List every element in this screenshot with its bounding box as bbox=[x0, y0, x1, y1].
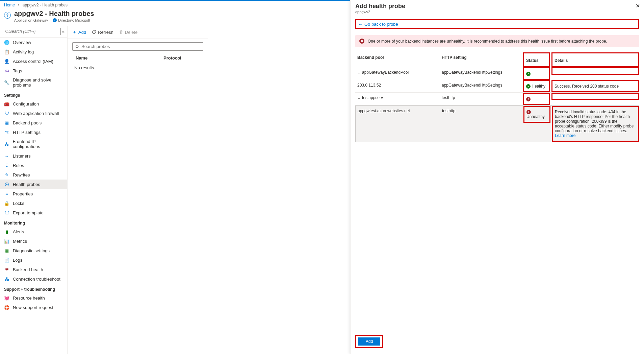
sidebar-item-backend-pools[interactable]: ▦Backend pools bbox=[0, 118, 67, 127]
breadcrumb: Home › appgwv2 - Health probes bbox=[0, 1, 208, 9]
sidebar-item-health-probes[interactable]: ⦿Health probes bbox=[0, 180, 67, 189]
health-row: ⌄appGatewayBackendPoolappGatewayBackendH… bbox=[355, 67, 639, 80]
backend-pool-cell: 203.0.113.52 bbox=[355, 80, 440, 90]
sidebar-item-label: Resource health bbox=[13, 296, 45, 301]
sidebar-item-export-template[interactable]: 🖵Export template bbox=[0, 208, 67, 217]
sidebar-item-rules[interactable]: ↧Rules bbox=[0, 161, 67, 170]
col-backend-pool: Backend pool bbox=[355, 52, 440, 63]
go-back-link[interactable]: ← Go back to probe bbox=[358, 22, 398, 27]
breadcrumb-separator: › bbox=[18, 3, 19, 7]
col-details-highlight: Details bbox=[551, 52, 639, 67]
status-cell: ✓ Healthy bbox=[524, 81, 549, 92]
status-ok-icon: ✓ bbox=[526, 84, 531, 89]
sidebar-item-locks[interactable]: 🔒Locks bbox=[0, 198, 67, 208]
sidebar-item-connection-troubleshoot[interactable]: 🖧Connection troubleshoot bbox=[0, 274, 67, 284]
alerts-icon: ▮ bbox=[4, 229, 9, 234]
blade-add-button[interactable]: Add bbox=[358, 337, 380, 346]
health-row: ⌄testappservtesthttp! bbox=[355, 93, 639, 105]
sidebar-item-rewrites[interactable]: ✎Rewrites bbox=[0, 170, 67, 180]
sidebar-item-alerts[interactable]: ▮Alerts bbox=[0, 227, 67, 236]
sidebar-item-label: Activity log bbox=[13, 49, 34, 54]
http-setting-cell: testhttp bbox=[440, 106, 524, 116]
backend-pool-name: appGatewayBackendPool bbox=[362, 70, 409, 75]
frontend-ip-configurations-icon: 🖧 bbox=[4, 141, 9, 147]
locks-icon: 🔒 bbox=[4, 200, 9, 206]
sidebar-item-overview[interactable]: 🌐Overview bbox=[0, 38, 67, 47]
sidebar-item-frontend-ip-configurations[interactable]: 🖧Frontend IP configurations bbox=[0, 137, 67, 151]
go-back-highlight: ← Go back to probe bbox=[355, 19, 639, 29]
sidebar-item-label: Locks bbox=[13, 201, 24, 206]
svg-point-4 bbox=[76, 45, 79, 48]
refresh-button[interactable]: Refresh bbox=[92, 30, 113, 35]
learn-more-link[interactable]: Learn more bbox=[555, 133, 575, 138]
probe-search-input[interactable] bbox=[81, 44, 200, 49]
probe-search[interactable] bbox=[72, 42, 203, 51]
health-row: appgwtest.azurewebsites.nettesthttp! Unh… bbox=[355, 105, 639, 142]
sidebar-item-activity-log[interactable]: 📋Activity log bbox=[0, 47, 67, 56]
error-icon: ✕ bbox=[359, 39, 364, 44]
sidebar-item-tags[interactable]: 🏷Tags bbox=[0, 66, 67, 75]
configuration-icon: 🧰 bbox=[4, 101, 9, 107]
refresh-icon bbox=[92, 30, 96, 34]
sidebar-item-web-application-firewall[interactable]: 🛡Web application firewall bbox=[0, 109, 67, 118]
breadcrumb-home[interactable]: Home bbox=[4, 3, 15, 7]
backend-pool-cell[interactable]: ⌄appGatewayBackendPool bbox=[355, 67, 440, 77]
alert-text: One or more of your backend instances ar… bbox=[368, 39, 607, 44]
sidebar-item-new-support-request[interactable]: 🛟New support request bbox=[0, 303, 67, 312]
toolbar: ＋ Add Refresh Delete bbox=[68, 26, 208, 39]
sidebar-search-input[interactable] bbox=[9, 29, 58, 34]
backend-pool-name: testappserv bbox=[362, 95, 383, 100]
sidebar-item-listeners[interactable]: ↔Listeners bbox=[0, 151, 67, 161]
backend-pool-name: appgwtest.azurewebsites.net bbox=[358, 109, 410, 113]
backend-health-icon: ❤ bbox=[4, 267, 9, 272]
sidebar-item-label: Export template bbox=[13, 210, 44, 215]
backend-pool-cell[interactable]: ⌄testappserv bbox=[355, 93, 440, 103]
sidebar-item-http-settings[interactable]: ⇆HTTP settings bbox=[0, 127, 67, 137]
rewrites-icon: ✎ bbox=[4, 172, 9, 178]
sidebar-item-backend-health[interactable]: ❤Backend health bbox=[0, 265, 67, 274]
health-row: 203.0.113.52appGatewayBackendHttpSetting… bbox=[355, 80, 639, 93]
sidebar-item-label: Frontend IP configurations bbox=[13, 139, 63, 149]
directory-label: Directory: Microsoft bbox=[58, 18, 90, 22]
sidebar-item-resource-health[interactable]: 💓Resource health bbox=[0, 293, 67, 303]
sidebar-item-label: Logs bbox=[13, 258, 22, 263]
access-control-iam--icon: 👤 bbox=[4, 58, 9, 64]
probe-table-empty: No results. bbox=[72, 63, 203, 73]
sidebar-item-configuration[interactable]: 🧰Configuration bbox=[0, 99, 67, 109]
rules-icon: ↧ bbox=[4, 163, 9, 168]
chevron-down-icon: ⌄ bbox=[357, 95, 361, 100]
add-button-highlight: Add bbox=[355, 335, 383, 348]
search-icon bbox=[75, 45, 79, 49]
details-cell-highlight: Success. Received 200 status code bbox=[551, 80, 639, 92]
sidebar: « 🌐Overview📋Activity log👤Access control … bbox=[0, 26, 68, 354]
sidebar-item-label: Rewrites bbox=[13, 172, 30, 178]
details-text: Success. Received 200 status code bbox=[555, 84, 619, 89]
col-status: Status bbox=[524, 53, 549, 66]
breadcrumb-current: appgwv2 - Health probes bbox=[23, 3, 68, 7]
status-text: Unhealthy bbox=[526, 114, 545, 119]
sidebar-item-diagnose-and-solve-problems[interactable]: 🔧Diagnose and solve problems bbox=[0, 75, 67, 90]
listeners-icon: ↔ bbox=[4, 153, 9, 159]
info-icon: i bbox=[53, 18, 57, 22]
sidebar-item-label: Web application firewall bbox=[13, 111, 59, 116]
sidebar-item-label: Access control (IAM) bbox=[13, 59, 53, 64]
sidebar-search[interactable] bbox=[3, 28, 61, 35]
sidebar-item-logs[interactable]: 📄Logs bbox=[0, 255, 67, 265]
http-setting-cell: appGatewayBackendHttpSettings bbox=[440, 67, 524, 77]
http-settings-icon: ⇆ bbox=[4, 129, 9, 135]
sidebar-nav[interactable]: 🌐Overview📋Activity log👤Access control (I… bbox=[0, 37, 67, 354]
add-button[interactable]: ＋ Add bbox=[72, 29, 86, 35]
sidebar-item-metrics[interactable]: 📊Metrics bbox=[0, 236, 67, 246]
sidebar-item-properties[interactable]: ≡Properties bbox=[0, 189, 67, 198]
sidebar-item-label: Health probes bbox=[13, 182, 40, 187]
delete-button[interactable]: Delete bbox=[119, 30, 138, 35]
http-setting-cell: appGatewayBackendHttpSettings bbox=[440, 80, 524, 90]
close-icon[interactable]: ✕ bbox=[636, 3, 640, 9]
backend-pool-cell: appgwtest.azurewebsites.net bbox=[356, 106, 440, 116]
collapse-sidebar-icon[interactable]: « bbox=[62, 29, 65, 34]
sidebar-item-label: HTTP settings bbox=[13, 130, 41, 135]
sidebar-item-access-control-iam-[interactable]: 👤Access control (IAM) bbox=[0, 56, 67, 66]
sidebar-item-label: Listeners bbox=[13, 154, 31, 159]
add-button-label: Add bbox=[78, 30, 86, 35]
sidebar-item-diagnostic-settings[interactable]: ▦Diagnostic settings bbox=[0, 246, 67, 255]
